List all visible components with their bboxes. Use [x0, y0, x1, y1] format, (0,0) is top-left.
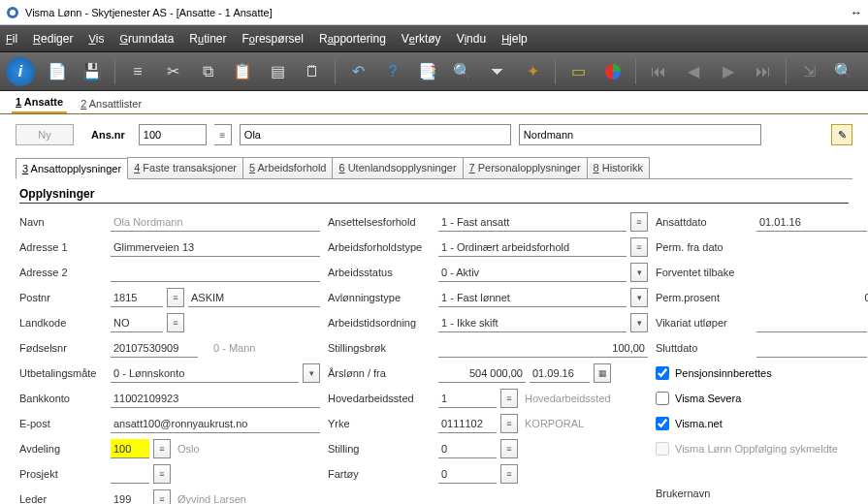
- sluttdato-value[interactable]: [756, 338, 867, 358]
- subtab-arbeidsforhold[interactable]: 5 Arbeidsforhold: [242, 157, 334, 178]
- document-icon[interactable]: 🗒: [300, 59, 325, 84]
- ansattdato-value[interactable]: 01.01.16: [756, 212, 867, 232]
- menu-vindu[interactable]: Vindu: [457, 32, 487, 46]
- svg-point-1: [10, 10, 16, 16]
- list-icon[interactable]: ≡: [125, 59, 150, 84]
- fornavn-input[interactable]: [240, 124, 511, 145]
- vikariat-value[interactable]: [756, 313, 867, 332]
- ny-button[interactable]: Ny: [16, 124, 74, 145]
- landkode-lookup[interactable]: ≡: [167, 313, 184, 332]
- arbeidsforholdstype-value[interactable]: 1 - Ordinært arbeidsforhold: [438, 237, 627, 257]
- last-icon[interactable]: ⏭: [751, 59, 776, 84]
- prosjekt-value[interactable]: [111, 464, 149, 484]
- search-icon[interactable]: 🔍: [450, 59, 475, 84]
- help-icon[interactable]: ?: [380, 59, 405, 84]
- leder-lookup[interactable]: ≡: [153, 489, 171, 504]
- subtab-faste[interactable]: 4 Faste transaksjoner: [127, 157, 243, 178]
- merge-icon[interactable]: ⇲: [796, 59, 821, 84]
- next-icon[interactable]: ▶: [716, 59, 741, 84]
- paste-icon[interactable]: 📋: [230, 59, 255, 84]
- landkode-value[interactable]: NO: [111, 313, 163, 332]
- arbeidstidsordning-value[interactable]: 1 - Ikke skift: [438, 313, 627, 332]
- subtab-historikk-label: Historikk: [602, 162, 643, 173]
- arbeidsstatus-dropdown[interactable]: ▾: [630, 263, 648, 282]
- poststed-value[interactable]: ASKIM: [188, 288, 320, 307]
- subtab-personal[interactable]: 7 Personalopplysninger: [463, 157, 588, 178]
- stillingsbrok-value[interactable]: 100,00: [438, 338, 648, 358]
- stilling-value[interactable]: 0: [438, 439, 497, 458]
- tab-ansattlister[interactable]: 2 Ansattlister: [77, 94, 145, 113]
- arbeidsstatus-value[interactable]: 0 - Aktiv: [438, 263, 627, 282]
- menu-verktoy[interactable]: Verktøy: [402, 32, 441, 46]
- severa-checkbox[interactable]: [656, 392, 669, 405]
- arbeidsforholdstype-lookup[interactable]: ≡: [630, 237, 648, 257]
- prosjekt-lookup[interactable]: ≡: [153, 464, 171, 484]
- menu-foresporsel[interactable]: Forespørsel: [241, 32, 303, 46]
- vismanet-checkbox[interactable]: [656, 417, 669, 430]
- fodselsnr-value[interactable]: 20107530909: [111, 338, 198, 358]
- subtab-ansattopplysninger[interactable]: 3 Ansattopplysninger: [16, 158, 128, 179]
- sheet-icon[interactable]: 📑: [415, 59, 440, 84]
- yrke-value[interactable]: 0111102: [438, 414, 497, 433]
- tab-ansattlister-label: Ansattlister: [89, 98, 142, 110]
- arslonn-label: Årslønn / fra: [328, 367, 434, 379]
- save-icon[interactable]: 💾: [80, 59, 105, 84]
- edit-icon[interactable]: ✎: [831, 124, 852, 145]
- arslonn-value[interactable]: 504 000,00: [438, 363, 526, 383]
- postnr-lookup[interactable]: ≡: [167, 288, 184, 307]
- permfradato-label: Perm. fra dato: [656, 241, 753, 253]
- cleanup-icon[interactable]: ✦: [520, 59, 545, 84]
- notes-icon[interactable]: ▭: [565, 59, 591, 84]
- arslonn-calendar[interactable]: ▦: [594, 363, 611, 383]
- avdeling-lookup[interactable]: ≡: [153, 439, 171, 458]
- permprosent-value: 0,00: [756, 288, 868, 307]
- subtab-utenlands[interactable]: 6 Utenlandsopplysninger: [332, 157, 463, 178]
- menu-rapportering[interactable]: Rapportering: [319, 32, 386, 46]
- avdeling-value[interactable]: 100: [111, 439, 149, 458]
- copy-icon[interactable]: ⧉: [195, 59, 220, 84]
- yrke-lookup[interactable]: ≡: [500, 414, 518, 433]
- resize-handle-icon[interactable]: ↔: [851, 6, 862, 19]
- avlonningstype-dropdown[interactable]: ▾: [630, 288, 648, 307]
- ansettelsesforhold-value[interactable]: 1 - Fast ansatt: [438, 212, 627, 232]
- color-wheel-icon[interactable]: [600, 59, 626, 84]
- avlonningstype-value[interactable]: 1 - Fast lønnet: [438, 288, 627, 307]
- tab-ansatte[interactable]: 1 Ansatte: [12, 92, 67, 113]
- ansnr-input[interactable]: [139, 124, 207, 145]
- arslonn-fra-value[interactable]: 01.09.16: [530, 363, 590, 383]
- subtab-historikk[interactable]: 8 Historikk: [587, 157, 650, 178]
- menu-vis[interactable]: Vis: [88, 32, 104, 46]
- ansnr-stepper[interactable]: ≡: [214, 124, 232, 145]
- zoom-icon[interactable]: 🔍: [831, 59, 856, 84]
- utbetaling-dropdown[interactable]: ▾: [303, 363, 320, 383]
- hovedarbeidssted-value[interactable]: 1: [438, 389, 497, 408]
- pensjon-checkbox[interactable]: [656, 366, 669, 380]
- adresse1-value[interactable]: Glimmerveien 13: [111, 237, 320, 257]
- menu-fil[interactable]: Fil: [6, 32, 17, 46]
- fartoy-lookup[interactable]: ≡: [500, 464, 518, 484]
- bankkonto-value[interactable]: 11002109923: [111, 389, 320, 408]
- ansettelsesforhold-lookup[interactable]: ≡: [630, 212, 648, 232]
- epost-value[interactable]: ansatt100@ronnyaukrust.no: [111, 414, 320, 433]
- stack-icon[interactable]: ▤: [265, 59, 290, 84]
- stilling-lookup[interactable]: ≡: [500, 439, 518, 458]
- leder-value[interactable]: 199: [111, 489, 149, 504]
- info-icon[interactable]: i: [6, 57, 35, 86]
- undo-icon[interactable]: ↶: [345, 59, 370, 84]
- adresse2-value[interactable]: [111, 263, 320, 282]
- first-icon[interactable]: ⏮: [646, 59, 671, 84]
- etternavn-input[interactable]: [519, 124, 761, 145]
- cut-icon[interactable]: ✂: [160, 59, 185, 84]
- new-doc-icon[interactable]: 📄: [45, 59, 70, 84]
- menu-rutiner[interactable]: Rutiner: [189, 32, 226, 46]
- postnr-value[interactable]: 1815: [111, 288, 163, 307]
- utbetaling-value[interactable]: 0 - Lønnskonto: [111, 363, 299, 383]
- menu-hjelp[interactable]: Hjelp: [501, 32, 528, 46]
- arbeidstidsordning-dropdown[interactable]: ▾: [630, 313, 648, 332]
- prev-icon[interactable]: ◀: [681, 59, 706, 84]
- filter-icon[interactable]: ⏷: [485, 59, 510, 84]
- menu-grunndata[interactable]: Grunndata: [119, 32, 174, 46]
- fartoy-value[interactable]: 0: [438, 464, 497, 484]
- menu-rediger[interactable]: Rediger: [33, 32, 73, 46]
- hovedarbeidssted-lookup[interactable]: ≡: [500, 389, 518, 408]
